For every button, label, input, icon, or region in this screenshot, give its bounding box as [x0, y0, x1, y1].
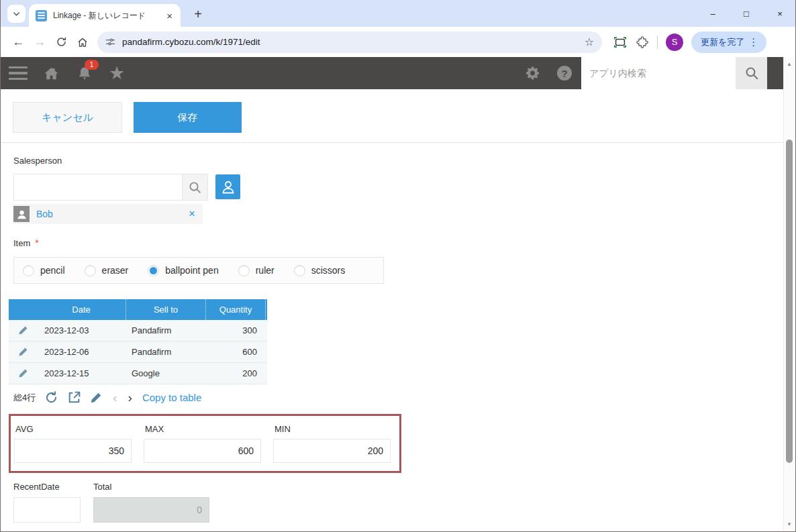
min-input[interactable]	[273, 439, 391, 463]
user-picker-button[interactable]	[215, 174, 240, 199]
selected-user-name: Bob	[36, 209, 189, 219]
recent-date-input[interactable]	[13, 497, 81, 523]
column-header-quantity: Quantity	[206, 299, 266, 320]
prev-page-chevron: ‹	[113, 391, 117, 404]
table-row: 2023-12-06 Pandafirm 600	[9, 341, 267, 363]
new-tab-button[interactable]: +	[189, 5, 207, 23]
radio-option-pencil[interactable]: pencil	[23, 265, 65, 276]
selected-user-chip: Bob ×	[13, 204, 203, 224]
update-label: 更新を完了	[701, 36, 744, 48]
refresh-button[interactable]	[44, 390, 58, 405]
pencil-icon	[90, 392, 102, 404]
cell-sell-to: Pandafirm	[126, 325, 206, 335]
copy-to-table-link[interactable]: Copy to table	[142, 392, 201, 403]
hamburger-menu-icon[interactable]	[9, 66, 28, 81]
stats-highlight-group: AVG MAX MIN	[9, 414, 401, 473]
tab-search-button[interactable]	[7, 5, 26, 23]
reload-button[interactable]	[50, 32, 72, 53]
bottom-fields: RecentDate Total	[13, 482, 783, 523]
total-label: Total	[93, 482, 209, 492]
user-lookup	[13, 174, 208, 201]
pencil-icon	[18, 347, 28, 357]
open-external-button[interactable]	[67, 390, 81, 405]
extensions-puzzle-icon[interactable]	[636, 36, 649, 49]
cell-sell-to: Pandafirm	[126, 347, 206, 357]
settings-button[interactable]	[525, 65, 541, 81]
page-scrollbar[interactable]: ▲ ▼	[783, 57, 795, 531]
max-input[interactable]	[144, 439, 261, 463]
site-settings-icon	[105, 37, 115, 47]
salesperson-search-input[interactable]	[14, 174, 182, 200]
home-icon	[77, 36, 89, 48]
app-header: 1 ★ ?	[1, 57, 784, 89]
remove-user-icon[interactable]: ×	[189, 207, 195, 221]
menu-kebab-icon[interactable]: ⋮	[744, 36, 762, 48]
salesperson-search-button[interactable]	[182, 174, 207, 200]
table-row: 2023-12-15 Google 200	[9, 363, 267, 384]
pencil-icon	[18, 325, 28, 335]
radio-icon[interactable]	[294, 265, 305, 276]
favorites-button[interactable]: ★	[109, 64, 125, 83]
scroll-down-arrow[interactable]: ▼	[784, 519, 795, 529]
total-field: Total	[93, 482, 209, 523]
radio-option-ruler[interactable]: ruler	[238, 265, 275, 276]
screen-capture-icon[interactable]	[613, 35, 628, 50]
portal-home-button[interactable]	[42, 65, 60, 82]
browser-tab[interactable]: Linkage - 新しいレコード ×	[29, 4, 181, 27]
chrome-update-button[interactable]: 更新を完了 ⋮	[691, 32, 766, 53]
app-search-button[interactable]	[736, 57, 767, 89]
save-button[interactable]: 保存	[134, 102, 242, 133]
action-bar: キャンセル 保存	[1, 89, 783, 133]
tab-close-icon[interactable]: ×	[165, 10, 174, 21]
column-header-date: Date	[37, 299, 126, 320]
cell-date: 2023-12-15	[37, 368, 126, 378]
forward-button: →	[29, 32, 50, 53]
cell-quantity: 600	[206, 347, 266, 357]
close-button[interactable]: ×	[775, 9, 785, 19]
radio-icon[interactable]	[238, 265, 250, 276]
next-page-chevron[interactable]: ›	[128, 391, 132, 404]
app-search-input[interactable]	[581, 57, 736, 89]
refresh-icon	[44, 390, 58, 405]
minimize-button[interactable]: –	[708, 9, 717, 19]
column-header-sell-to: Sell to	[126, 299, 206, 320]
required-mark: *	[35, 237, 38, 248]
radio-icon[interactable]	[23, 265, 34, 276]
edit-row-button[interactable]	[9, 325, 37, 335]
edit-table-button[interactable]	[90, 392, 102, 404]
row-count-label: 総4行	[13, 392, 36, 404]
radio-option-scissors[interactable]: scissors	[294, 265, 346, 276]
record-edit-page: キャンセル 保存 Salesperson	[1, 89, 783, 531]
window-controls: – □ ×	[708, 0, 785, 27]
table-row: 2023-12-03 Pandafirm 300	[9, 320, 267, 341]
browser-titlebar: Linkage - 新しいレコード × + – □ ×	[1, 0, 795, 27]
radio-option-eraser[interactable]: eraser	[85, 265, 129, 276]
bookmark-star-icon[interactable]: ☆	[585, 36, 594, 48]
url-bar[interactable]: pandafirm.cybozu.com/k/1971/edit ☆	[97, 32, 602, 53]
cell-sell-to: Google	[126, 368, 206, 378]
edit-row-button[interactable]	[9, 347, 37, 357]
cancel-button[interactable]: キャンセル	[13, 102, 122, 133]
scroll-up-arrow[interactable]: ▲	[784, 58, 795, 69]
radio-selected-icon[interactable]	[148, 265, 159, 276]
salesperson-field	[13, 174, 783, 201]
url-text[interactable]: pandafirm.cybozu.com/k/1971/edit	[122, 37, 585, 47]
browser-window: Linkage - 新しいレコード × + – □ × ← → pandafir…	[0, 0, 796, 532]
profile-avatar[interactable]: S	[666, 34, 683, 51]
help-button[interactable]: ?	[557, 66, 572, 81]
notifications-button[interactable]: 1	[77, 65, 93, 82]
home-button[interactable]	[72, 32, 93, 53]
max-label: MAX	[145, 424, 261, 434]
radio-option-ballpoint-pen[interactable]: ballpoint pen	[148, 265, 218, 276]
edit-row-button[interactable]	[9, 368, 37, 378]
reload-icon	[56, 36, 67, 48]
avg-input[interactable]	[14, 439, 132, 463]
scrollbar-thumb[interactable]	[786, 140, 793, 463]
radio-icon[interactable]	[85, 265, 96, 276]
pencil-icon	[18, 368, 28, 378]
maximize-button[interactable]: □	[742, 9, 751, 19]
user-avatar-icon	[13, 206, 30, 222]
avg-label: AVG	[15, 424, 132, 434]
back-button[interactable]: ←	[7, 32, 29, 53]
item-field-header: Item *	[13, 237, 783, 248]
